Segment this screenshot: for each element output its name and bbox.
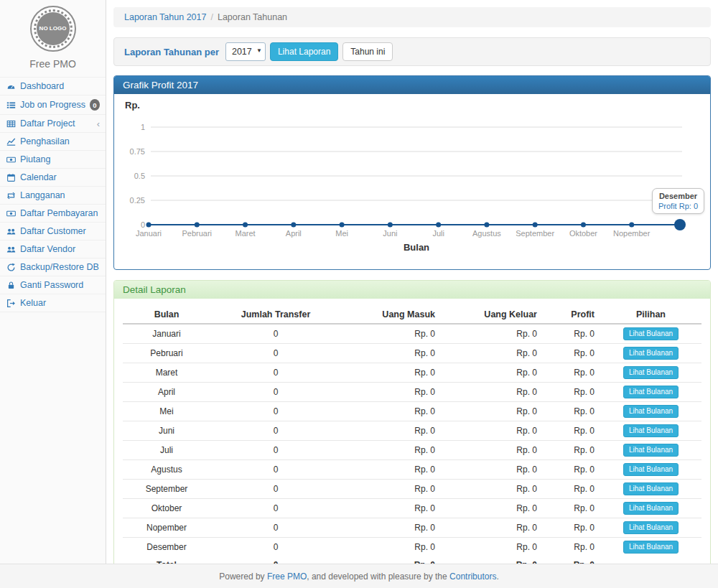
sidebar-item-penghasilan[interactable]: Penghasilan bbox=[0, 132, 106, 150]
money-icon bbox=[6, 209, 16, 218]
line-chart: Rp.10.750.50.250JanuariPebruariMaretApri… bbox=[121, 98, 704, 263]
sidebar-item-dashboard[interactable]: Dashboard bbox=[0, 77, 106, 95]
cell-uang-masuk: Rp. 0 bbox=[341, 363, 441, 383]
svg-text:Januari: Januari bbox=[136, 229, 162, 238]
footer: Powered by Free PMO, and developed with … bbox=[0, 564, 718, 588]
money-icon bbox=[6, 155, 16, 164]
table-row: Nopember0Rp. 0Rp. 0Rp. 0Lihat Bulanan bbox=[123, 518, 701, 538]
lihat-bulanan-button[interactable]: Lihat Bulanan bbox=[623, 327, 679, 340]
lihat-bulanan-button[interactable]: Lihat Bulanan bbox=[623, 444, 679, 457]
cell-profit: Rp. 0 bbox=[543, 518, 600, 538]
svg-text:Mei: Mei bbox=[335, 229, 348, 238]
svg-text:Juni: Juni bbox=[383, 229, 397, 238]
svg-text:Rp.: Rp. bbox=[125, 100, 140, 111]
cell-uang-masuk: Rp. 0 bbox=[341, 324, 441, 344]
cell-profit: Rp. 0 bbox=[543, 441, 600, 460]
sidebar-item-label: Penghasilan bbox=[20, 136, 70, 146]
cell-uang-keluar: Rp. 0 bbox=[441, 538, 543, 557]
sidebar-item-piutang[interactable]: Piutang bbox=[0, 150, 106, 168]
cell-bulan: September bbox=[123, 480, 210, 499]
cell-uang-keluar: Rp. 0 bbox=[441, 363, 543, 383]
sidebar-item-langganan[interactable]: Langganan bbox=[0, 186, 106, 204]
sidebar-item-keluar[interactable]: Keluar bbox=[0, 294, 106, 312]
detail-panel-title: Detail Laporan bbox=[114, 281, 710, 299]
cell-bulan: Pebruari bbox=[123, 344, 210, 363]
dashboard-icon bbox=[6, 82, 16, 91]
svg-text:Maret: Maret bbox=[235, 229, 255, 238]
sidebar-item-label: Keluar bbox=[20, 298, 46, 308]
svg-text:0.25: 0.25 bbox=[130, 196, 145, 205]
sidebar: NO LOGO Free PMO DashboardJob on Progres… bbox=[0, 0, 106, 564]
cell-uang-masuk: Rp. 0 bbox=[341, 383, 441, 402]
breadcrumb-link-laporan-tahun[interactable]: Laporan Tahun 2017 bbox=[124, 12, 206, 22]
svg-text:0.5: 0.5 bbox=[134, 172, 145, 180]
footer-link-free-pmo[interactable]: Free PMO bbox=[267, 571, 307, 582]
sidebar-item-label: Daftar Customer bbox=[20, 226, 86, 236]
lihat-bulanan-button[interactable]: Lihat Bulanan bbox=[623, 386, 679, 398]
sidebar-menu: DashboardJob on Progress0Daftar Project‹… bbox=[0, 77, 106, 312]
footer-link-contributors[interactable]: Contributors bbox=[449, 571, 496, 582]
sidebar-item-label: Piutang bbox=[20, 154, 50, 164]
lihat-bulanan-button[interactable]: Lihat Bulanan bbox=[623, 347, 679, 360]
sidebar-item-daftar-customer[interactable]: Daftar Customer bbox=[0, 222, 106, 240]
col-profit: Profit bbox=[543, 306, 600, 324]
sidebar-item-label: Daftar Project bbox=[20, 118, 75, 129]
tooltip-value: Profit Rp: 0 bbox=[658, 202, 698, 210]
profit-chart: Rp.10.750.50.250JanuariPebruariMaretApri… bbox=[114, 94, 710, 269]
table-row: Desember0Rp. 0Rp. 0Rp. 0Lihat Bulanan bbox=[123, 538, 701, 557]
breadcrumb-current: Laporan Tahunan bbox=[218, 12, 287, 22]
lihat-bulanan-button[interactable]: Lihat Bulanan bbox=[623, 366, 679, 379]
cell-profit: Rp. 0 bbox=[543, 499, 600, 518]
cell-uang-keluar: Rp. 0 bbox=[441, 383, 543, 402]
chevron-left-icon: ‹ bbox=[97, 119, 100, 129]
detail-report-panel: Detail Laporan Bulan Jumlah Transfer Uan… bbox=[113, 280, 711, 586]
sidebar-item-label: Daftar Vendor bbox=[20, 244, 75, 254]
sidebar-item-daftar-project[interactable]: Daftar Project‹ bbox=[0, 114, 106, 132]
table-row: Mei0Rp. 0Rp. 0Rp. 0Lihat Bulanan bbox=[123, 402, 701, 421]
profit-chart-panel: Grafik Profit 2017 Rp.10.750.50.250Janua… bbox=[113, 75, 711, 270]
lihat-bulanan-button[interactable]: Lihat Bulanan bbox=[623, 424, 679, 437]
lihat-bulanan-button[interactable]: Lihat Bulanan bbox=[623, 482, 679, 495]
lihat-bulanan-button[interactable]: Lihat Bulanan bbox=[623, 463, 679, 476]
cell-jumlah-transfer: 0 bbox=[210, 324, 341, 344]
cell-uang-keluar: Rp. 0 bbox=[441, 518, 543, 538]
table-row: Agustus0Rp. 0Rp. 0Rp. 0Lihat Bulanan bbox=[123, 460, 701, 480]
year-select[interactable]: 2017 bbox=[225, 42, 266, 61]
cell-uang-keluar: Rp. 0 bbox=[441, 344, 543, 363]
table-header-row: Bulan Jumlah Transfer Uang Masuk Uang Ke… bbox=[123, 306, 701, 324]
logo: NO LOGO bbox=[30, 6, 76, 52]
brand-name: Free PMO bbox=[0, 58, 106, 70]
cell-bulan: Nopember bbox=[123, 518, 210, 538]
lihat-bulanan-button[interactable]: Lihat Bulanan bbox=[623, 405, 679, 418]
sidebar-item-label: Backup/Restore DB bbox=[20, 262, 99, 272]
sidebar-item-label: Daftar Pembayaran bbox=[20, 208, 98, 218]
lihat-laporan-button[interactable]: Lihat Laporan bbox=[270, 42, 338, 61]
sidebar-item-backup-restore-db[interactable]: Backup/Restore DB bbox=[0, 258, 106, 276]
col-jumlah-transfer: Jumlah Transfer bbox=[210, 306, 341, 324]
col-uang-keluar: Uang Keluar bbox=[441, 306, 543, 324]
repeat-icon bbox=[6, 191, 16, 200]
sidebar-item-ganti-password[interactable]: Ganti Password bbox=[0, 276, 106, 294]
table-row: April0Rp. 0Rp. 0Rp. 0Lihat Bulanan bbox=[123, 383, 701, 402]
cell-uang-masuk: Rp. 0 bbox=[341, 402, 441, 421]
lihat-bulanan-button[interactable]: Lihat Bulanan bbox=[623, 502, 679, 515]
cell-bulan: Desember bbox=[123, 538, 210, 557]
lock-icon bbox=[6, 281, 16, 290]
lihat-bulanan-button[interactable]: Lihat Bulanan bbox=[623, 541, 679, 554]
tahun-ini-button[interactable]: Tahun ini bbox=[342, 42, 393, 61]
sidebar-item-daftar-pembayaran[interactable]: Daftar Pembayaran bbox=[0, 204, 106, 222]
cell-uang-keluar: Rp. 0 bbox=[441, 324, 543, 344]
sidebar-item-job-on-progress[interactable]: Job on Progress0 bbox=[0, 95, 106, 114]
cell-bulan: Januari bbox=[123, 324, 210, 344]
cell-uang-masuk: Rp. 0 bbox=[341, 480, 441, 499]
cell-jumlah-transfer: 0 bbox=[210, 499, 341, 518]
table-icon bbox=[6, 119, 16, 129]
calendar-icon bbox=[6, 173, 16, 182]
lihat-bulanan-button[interactable]: Lihat Bulanan bbox=[623, 521, 679, 534]
sidebar-item-label: Ganti Password bbox=[20, 280, 83, 290]
svg-text:Bulan: Bulan bbox=[404, 242, 429, 253]
sidebar-item-calendar[interactable]: Calendar bbox=[0, 168, 106, 186]
sidebar-item-daftar-vendor[interactable]: Daftar Vendor bbox=[0, 240, 106, 258]
cell-profit: Rp. 0 bbox=[543, 324, 600, 344]
cell-uang-keluar: Rp. 0 bbox=[441, 402, 543, 421]
